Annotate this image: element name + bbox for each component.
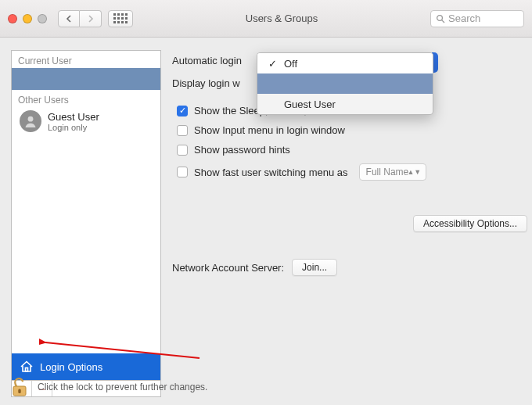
user-list: Current User Other Users Guest User Logi… bbox=[11, 50, 161, 380]
lock-text: Click the lock to prevent further change… bbox=[38, 382, 207, 392]
login-options-label: Login Options bbox=[40, 361, 102, 373]
users-sidebar: Current User Other Users Guest User Logi… bbox=[11, 50, 161, 397]
lock-icon[interactable] bbox=[11, 377, 28, 397]
svg-rect-6 bbox=[18, 389, 20, 394]
checkbox-fast[interactable] bbox=[177, 167, 188, 177]
login-options-panel: Automatic login Display login w ✓ Off Gu… bbox=[172, 50, 521, 397]
guest-user-name: Guest User bbox=[48, 111, 99, 123]
checkbox-sleep[interactable] bbox=[177, 106, 188, 116]
guest-user-sub: Login only bbox=[48, 123, 99, 132]
popup-option-hover[interactable] bbox=[257, 73, 433, 94]
guest-user-row[interactable]: Guest User Login only bbox=[12, 107, 160, 137]
window-toolbar: Users & Groups Search bbox=[0, 0, 532, 38]
svg-line-1 bbox=[442, 20, 444, 22]
current-user-label: Current User bbox=[12, 51, 160, 68]
check-icon: ✓ bbox=[268, 58, 278, 70]
window-controls bbox=[8, 14, 47, 23]
popup-option-guest[interactable]: Guest User bbox=[257, 94, 433, 114]
login-options-row[interactable]: Login Options bbox=[12, 353, 160, 380]
checkbox-input-row[interactable]: Show Input menu in login window bbox=[177, 124, 521, 136]
zoom-window-button[interactable] bbox=[38, 14, 47, 23]
search-placeholder: Search bbox=[448, 13, 480, 24]
chevron-updown-icon: ▲▼ bbox=[407, 170, 421, 175]
svg-point-0 bbox=[437, 15, 443, 20]
popup-option-off[interactable]: ✓ Off bbox=[257, 53, 433, 73]
current-user-row[interactable] bbox=[12, 68, 160, 90]
search-input[interactable]: Search bbox=[430, 10, 524, 27]
checkbox-input-label: Show Input menu in login window bbox=[194, 124, 345, 136]
svg-rect-3 bbox=[26, 368, 28, 372]
forward-button[interactable] bbox=[80, 10, 102, 27]
avatar-icon bbox=[20, 110, 41, 132]
grid-icon bbox=[113, 13, 128, 23]
svg-point-2 bbox=[28, 116, 34, 122]
fast-user-select[interactable]: Full Name ▲▼ bbox=[359, 163, 427, 181]
guest-user-text: Guest User Login only bbox=[48, 111, 99, 132]
back-button[interactable] bbox=[58, 10, 80, 27]
checkbox-fast-label: Show fast user switching menu as bbox=[194, 167, 348, 178]
network-account-label: Network Account Server: bbox=[172, 262, 284, 274]
accessibility-options-button[interactable]: Accessibility Options... bbox=[413, 215, 527, 232]
house-icon bbox=[20, 360, 34, 374]
minimize-window-button[interactable] bbox=[23, 14, 32, 23]
display-login-label: Display login w bbox=[172, 77, 240, 89]
checkbox-hints[interactable] bbox=[177, 145, 188, 156]
automatic-login-popup[interactable]: ✓ Off Guest User bbox=[257, 52, 433, 115]
join-button[interactable]: Join... bbox=[292, 259, 337, 276]
checkbox-input[interactable] bbox=[177, 125, 188, 136]
automatic-login-label: Automatic login bbox=[172, 55, 242, 66]
checkbox-hints-label: Show password hints bbox=[194, 144, 290, 156]
nav-buttons bbox=[58, 10, 102, 27]
show-all-button[interactable] bbox=[108, 10, 133, 27]
search-icon bbox=[436, 14, 445, 23]
lock-footer: Click the lock to prevent further change… bbox=[11, 377, 207, 397]
other-users-label: Other Users bbox=[12, 90, 160, 107]
checkbox-hints-row[interactable]: Show password hints bbox=[177, 144, 521, 156]
window-title: Users & Groups bbox=[139, 13, 424, 24]
checkbox-fast-row[interactable]: Show fast user switching menu as Full Na… bbox=[177, 163, 521, 181]
close-window-button[interactable] bbox=[8, 14, 17, 23]
